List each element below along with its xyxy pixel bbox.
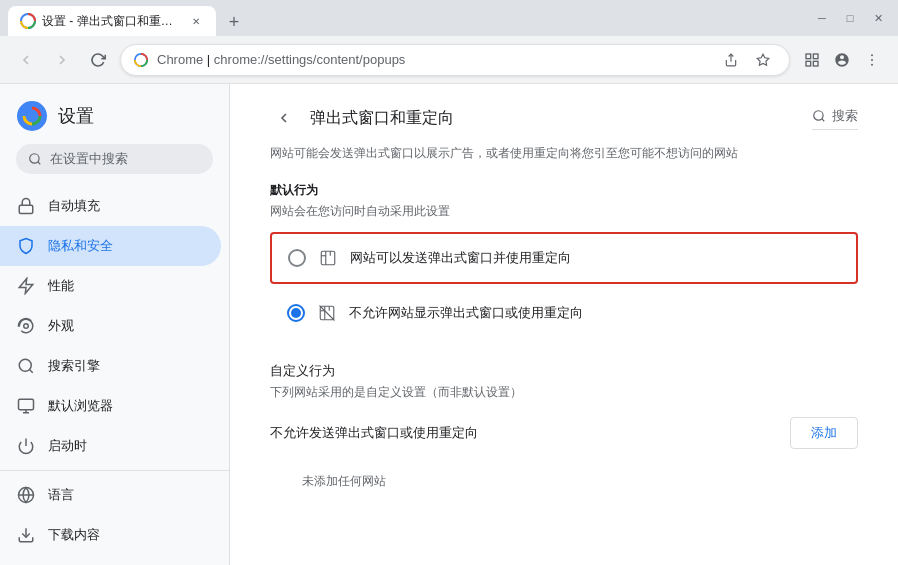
default-behavior-label: 默认行为 (270, 182, 858, 199)
svg-rect-14 (19, 205, 33, 213)
radio-block[interactable] (287, 304, 305, 322)
block-section: 不允许发送弹出式窗口或使用重定向 添加 未添加任何网站 (270, 417, 858, 490)
sidebar-item-label: 外观 (48, 317, 74, 335)
sidebar-item-languages[interactable]: 语言 (0, 475, 221, 515)
window-titlebar: 设置 - 弹出式窗口和重定向 ✕ + ─ □ ✕ (0, 0, 898, 36)
content-header-left: 弹出式窗口和重定向 (270, 104, 454, 132)
autofill-icon (16, 196, 36, 216)
svg-point-27 (814, 110, 823, 119)
tab-bar: 设置 - 弹出式窗口和重定向 ✕ + (8, 0, 248, 36)
url-bar[interactable]: Chrome | chrome://settings/content/popup… (120, 44, 790, 76)
appearance-icon (16, 316, 36, 336)
svg-point-15 (24, 324, 29, 329)
svg-rect-29 (321, 251, 335, 265)
sidebar-item-autofill[interactable]: 自动填充 (0, 186, 221, 226)
minimize-button[interactable]: ─ (810, 6, 834, 30)
radio-allow[interactable] (288, 249, 306, 267)
default-behavior-sublabel: 网站会在您访问时自动采用此设置 (270, 203, 858, 220)
url-favicon (133, 52, 149, 68)
back-button[interactable] (12, 46, 40, 74)
tab-close-button[interactable]: ✕ (188, 13, 204, 29)
sidebar-item-label: 语言 (48, 486, 74, 504)
url-text: Chrome | chrome://settings/content/popup… (157, 52, 709, 67)
content-back-button[interactable] (270, 104, 298, 132)
block-section-header: 不允许发送弹出式窗口或使用重定向 添加 (270, 417, 858, 449)
settings-title: 设置 (58, 104, 94, 128)
content-header: 弹出式窗口和重定向 搜索 (270, 104, 858, 132)
sidebar-search[interactable]: 在设置中搜索 (16, 144, 213, 174)
window-controls: ─ □ ✕ (810, 6, 890, 30)
sidebar-search-placeholder: 在设置中搜索 (50, 150, 128, 168)
content-area: 弹出式窗口和重定向 搜索 网站可能会发送弹出式窗口以展示广告，或者使用重定向将您… (230, 84, 898, 565)
sidebar-item-label: 启动时 (48, 437, 87, 455)
profile-button[interactable] (828, 46, 856, 74)
content-search-box[interactable]: 搜索 (812, 107, 858, 130)
sidebar-item-label: 自动填充 (48, 197, 100, 215)
popup-allow-icon (318, 248, 338, 268)
new-tab-button[interactable]: + (220, 8, 248, 36)
svg-point-11 (17, 101, 47, 131)
sidebar-item-performance[interactable]: 性能 (0, 266, 221, 306)
radio-block-inner (291, 308, 301, 318)
sidebar-item-accessibility[interactable]: 无障碍 (0, 555, 221, 565)
sidebar-item-label: 默认浏览器 (48, 397, 113, 415)
sidebar-item-label: 下载内容 (48, 526, 100, 544)
sidebar-item-label: 性能 (48, 277, 74, 295)
performance-icon (16, 276, 36, 296)
popup-block-icon (317, 303, 337, 323)
custom-section-title: 自定义行为 (270, 362, 858, 380)
svg-line-17 (29, 369, 32, 372)
sidebar-item-privacy[interactable]: 隐私和安全 (0, 226, 221, 266)
sidebar-item-search[interactable]: 搜索引擎 (0, 346, 221, 386)
main-layout: 设置 在设置中搜索 自动填充 (0, 84, 898, 565)
toolbar-actions (798, 46, 886, 74)
reload-button[interactable] (84, 46, 112, 74)
svg-rect-18 (19, 399, 34, 410)
url-separator: | (203, 52, 214, 67)
custom-behavior-section: 自定义行为 下列网站采用的是自定义设置（而非默认设置） 不允许发送弹出式窗口或使… (270, 362, 858, 490)
downloads-icon (16, 525, 36, 545)
tab-title: 设置 - 弹出式窗口和重定向 (42, 13, 182, 30)
content-search-label: 搜索 (832, 107, 858, 125)
maximize-button[interactable]: □ (838, 6, 862, 30)
browser-icon (16, 396, 36, 416)
svg-line-31 (320, 306, 335, 321)
privacy-icon (16, 236, 36, 256)
settings-logo (16, 100, 48, 132)
settings-header: 设置 (0, 84, 229, 140)
sidebar-item-startup[interactable]: 启动时 (0, 426, 221, 466)
content-search-icon (812, 109, 826, 123)
radio-option-allow[interactable]: 网站可以发送弹出式窗口并使用重定向 (270, 232, 858, 284)
svg-rect-7 (806, 61, 811, 66)
svg-rect-5 (813, 54, 818, 59)
sidebar-item-downloads[interactable]: 下载内容 (0, 515, 221, 555)
svg-marker-3 (757, 54, 769, 65)
option-allow-label: 网站可以发送弹出式窗口并使用重定向 (350, 249, 571, 267)
default-behavior-section: 默认行为 网站会在您访问时自动采用此设置 (270, 182, 858, 338)
active-tab[interactable]: 设置 - 弹出式窗口和重定向 ✕ (8, 6, 216, 36)
block-section-title: 不允许发送弹出式窗口或使用重定向 (270, 424, 478, 442)
url-actions (717, 46, 777, 74)
add-button[interactable]: 添加 (790, 417, 858, 449)
svg-line-13 (38, 162, 41, 165)
radio-option-block[interactable]: 不允许网站显示弹出式窗口或使用重定向 (270, 288, 858, 338)
close-button[interactable]: ✕ (866, 6, 890, 30)
content-inner: 弹出式窗口和重定向 搜索 网站可能会发送弹出式窗口以展示广告，或者使用重定向将您… (230, 84, 898, 510)
svg-point-12 (30, 154, 39, 163)
svg-rect-4 (806, 54, 811, 59)
extensions-button[interactable] (798, 46, 826, 74)
sidebar-item-label: 隐私和安全 (48, 237, 113, 255)
sidebar: 设置 在设置中搜索 自动填充 (0, 84, 230, 565)
forward-button[interactable] (48, 46, 76, 74)
svg-rect-6 (813, 61, 818, 66)
search-engine-icon (16, 356, 36, 376)
sidebar-item-browser[interactable]: 默认浏览器 (0, 386, 221, 426)
sidebar-item-appearance[interactable]: 外观 (0, 306, 221, 346)
menu-button[interactable] (858, 46, 886, 74)
share-button[interactable] (717, 46, 745, 74)
bookmark-button[interactable] (749, 46, 777, 74)
page-title: 弹出式窗口和重定向 (310, 108, 454, 129)
page-description: 网站可能会发送弹出式窗口以展示广告，或者使用重定向将您引至您可能不想访问的网站 (270, 144, 858, 162)
custom-section-subtitle: 下列网站采用的是自定义设置（而非默认设置） (270, 384, 858, 401)
empty-state: 未添加任何网站 (270, 457, 858, 490)
